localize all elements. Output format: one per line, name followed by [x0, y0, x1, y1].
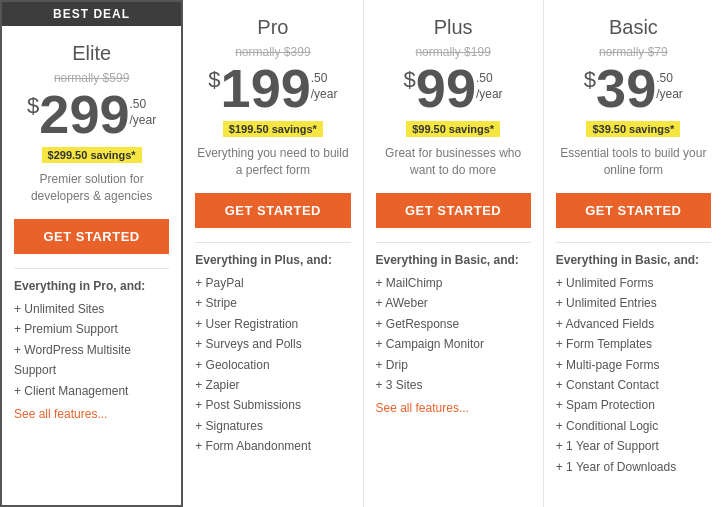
dollar-sign: $	[404, 69, 416, 91]
feature-item: + GetResponse	[376, 314, 531, 334]
feature-item: + Constant Contact	[556, 375, 711, 395]
features-header-pro: Everything in Plus, and:	[195, 253, 350, 267]
feature-item: + Form Abandonment	[195, 436, 350, 456]
see-features-link-elite[interactable]: See all features...	[14, 407, 107, 421]
plan-name-basic: Basic	[556, 16, 711, 39]
plan-col-elite: BEST DEALElitenormally $599 $299.50/year…	[0, 0, 183, 507]
feature-item: + Spam Protection	[556, 395, 711, 415]
plan-col-basic: Basicnormally $79 $39.50/year $39.50 sav…	[544, 0, 723, 507]
features-section-plus: Everything in Basic, and:+ MailChimp+ AW…	[376, 242, 531, 415]
plan-desc-elite: Premier solution for developers & agenci…	[14, 171, 169, 207]
plan-name-elite: Elite	[14, 42, 169, 65]
feature-item: + Unlimited Entries	[556, 293, 711, 313]
feature-item: + User Registration	[195, 314, 350, 334]
get-started-btn-pro[interactable]: GET STARTED	[195, 193, 350, 228]
feature-item: + Client Management	[14, 381, 169, 401]
savings-badge-pro: $199.50 savings*	[223, 121, 323, 137]
feature-item: + 1 Year of Downloads	[556, 457, 711, 477]
feature-item: + WordPress Multisite Support	[14, 340, 169, 381]
normally-price-plus: normally $199	[376, 45, 531, 59]
price-main-basic: 39	[596, 58, 656, 118]
dollar-sign: $	[208, 69, 220, 91]
feature-item: + Unlimited Forms	[556, 273, 711, 293]
price-row-pro: $199.50/year	[195, 61, 350, 115]
normally-price-basic: normally $79	[556, 45, 711, 59]
feature-item: + PayPal	[195, 273, 350, 293]
get-started-btn-basic[interactable]: GET STARTED	[556, 193, 711, 228]
feature-item: + Zapier	[195, 375, 350, 395]
plan-desc-basic: Essential tools to build your online for…	[556, 145, 711, 181]
normally-price-pro: normally $399	[195, 45, 350, 59]
plan-name-plus: Plus	[376, 16, 531, 39]
dollar-sign: $	[584, 69, 596, 91]
price-main-elite: 299	[39, 84, 129, 144]
feature-item: + Unlimited Sites	[14, 299, 169, 319]
get-started-btn-elite[interactable]: GET STARTED	[14, 219, 169, 254]
dollar-sign: $	[27, 95, 39, 117]
price-main-pro: 199	[221, 58, 311, 118]
feature-item: + AWeber	[376, 293, 531, 313]
feature-item: + 3 Sites	[376, 375, 531, 395]
normally-price-elite: normally $599	[14, 71, 169, 85]
price-main-plus: 99	[416, 58, 476, 118]
features-header-basic: Everything in Basic, and:	[556, 253, 711, 267]
feature-item: + Drip	[376, 355, 531, 375]
pricing-container: BEST DEALElitenormally $599 $299.50/year…	[0, 0, 723, 507]
feature-item: + Surveys and Polls	[195, 334, 350, 354]
plan-col-plus: Plusnormally $199 $99.50/year $99.50 sav…	[364, 0, 544, 507]
features-header-plus: Everything in Basic, and:	[376, 253, 531, 267]
feature-item: + Form Templates	[556, 334, 711, 354]
price-cents-year-elite: .50/year	[129, 97, 156, 128]
savings-badge-basic: $39.50 savings*	[586, 121, 680, 137]
plan-desc-pro: Everything you need to build a perfect f…	[195, 145, 350, 181]
price-row-basic: $39.50/year	[556, 61, 711, 115]
savings-badge-plus: $99.50 savings*	[406, 121, 500, 137]
feature-item: + Post Submissions	[195, 395, 350, 415]
see-features-link-plus[interactable]: See all features...	[376, 401, 469, 415]
features-section-elite: Everything in Pro, and:+ Unlimited Sites…	[14, 268, 169, 421]
plan-col-pro: Pronormally $399 $199.50/year $199.50 sa…	[183, 0, 363, 507]
feature-item: + Campaign Monitor	[376, 334, 531, 354]
plan-name-pro: Pro	[195, 16, 350, 39]
price-row-elite: $299.50/year	[14, 87, 169, 141]
get-started-btn-plus[interactable]: GET STARTED	[376, 193, 531, 228]
feature-item: + Stripe	[195, 293, 350, 313]
feature-item: + Conditional Logic	[556, 416, 711, 436]
feature-item: + 1 Year of Support	[556, 436, 711, 456]
feature-item: + Signatures	[195, 416, 350, 436]
feature-item: + MailChimp	[376, 273, 531, 293]
features-header-elite: Everything in Pro, and:	[14, 279, 169, 293]
features-section-basic: Everything in Basic, and:+ Unlimited For…	[556, 242, 711, 477]
feature-item: + Multi-page Forms	[556, 355, 711, 375]
price-row-plus: $99.50/year	[376, 61, 531, 115]
feature-item: + Geolocation	[195, 355, 350, 375]
plan-desc-plus: Great for businesses who want to do more	[376, 145, 531, 181]
features-section-pro: Everything in Plus, and:+ PayPal+ Stripe…	[195, 242, 350, 457]
feature-item: + Premium Support	[14, 319, 169, 339]
savings-badge-elite: $299.50 savings*	[42, 147, 142, 163]
price-cents-year-basic: .50/year	[656, 71, 683, 102]
price-cents-year-plus: .50/year	[476, 71, 503, 102]
price-cents-year-pro: .50/year	[311, 71, 338, 102]
feature-item: + Advanced Fields	[556, 314, 711, 334]
best-deal-badge: BEST DEAL	[2, 2, 181, 26]
